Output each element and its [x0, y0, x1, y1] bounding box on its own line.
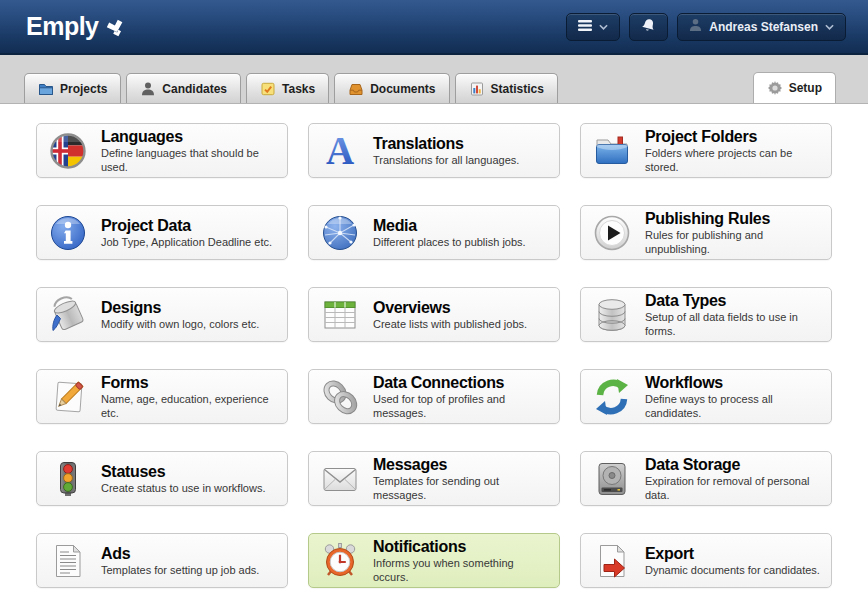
- tab-tasks[interactable]: Tasks: [246, 73, 329, 103]
- card-subtitle: Define ways to process all candidates.: [645, 393, 820, 421]
- globe-network-icon: [320, 213, 360, 253]
- main-tabs: Projects Candidates Tasks Documents Stat…: [24, 73, 563, 103]
- card-data-storage[interactable]: Data StorageExpiration for removal of pe…: [580, 451, 832, 506]
- logo-chevrons-icon: [103, 16, 128, 41]
- card-title: Statuses: [101, 462, 265, 482]
- card-title: Data Storage: [645, 455, 820, 475]
- card-title: Languages: [101, 127, 276, 147]
- card-subtitle: Create status to use in workflows.: [101, 482, 265, 496]
- card-title: Overviews: [373, 298, 527, 318]
- card-subtitle: Expiration for removal of personal data.: [645, 475, 820, 503]
- card-title: Data Connections: [373, 373, 548, 393]
- tab-label: Projects: [60, 82, 107, 96]
- card-forms[interactable]: FormsName, age, education, experience et…: [36, 369, 288, 424]
- tab-label: Statistics: [491, 82, 544, 96]
- export-arrow-icon: [592, 541, 632, 581]
- card-title: Project Folders: [645, 127, 820, 147]
- card-title: Publishing Rules: [645, 209, 820, 229]
- card-title: Media: [373, 216, 526, 236]
- card-title: Export: [645, 544, 820, 564]
- card-messages[interactable]: MessagesTemplates for sending out messag…: [308, 451, 560, 506]
- card-overviews[interactable]: OverviewsCreate lists with published job…: [308, 287, 560, 342]
- hamburger-icon: [578, 20, 592, 34]
- card-workflows[interactable]: WorkflowsDefine ways to process all cand…: [580, 369, 832, 424]
- card-ads[interactable]: AdsTemplates for setting up job ads.: [36, 533, 288, 588]
- card-subtitle: Translations for all languages.: [373, 154, 519, 168]
- card-translations[interactable]: A TranslationsTranslations for all langu…: [308, 123, 560, 178]
- task-note-icon: [260, 81, 276, 97]
- flags-globe-icon: [48, 131, 88, 171]
- card-title: Notifications: [373, 537, 548, 557]
- card-subtitle: Name, age, education, experience etc.: [101, 393, 276, 421]
- spreadsheet-icon: [320, 295, 360, 335]
- card-subtitle: Define languages that should be used.: [101, 147, 276, 175]
- header-actions: Andreas Stefansen: [566, 13, 846, 41]
- tab-label: Candidates: [162, 82, 227, 96]
- logo-text: Emply: [26, 12, 99, 41]
- bell-icon: [641, 18, 656, 36]
- notifications-bell-button[interactable]: [629, 13, 668, 41]
- info-circle-icon: [48, 213, 88, 253]
- user-menu-button[interactable]: Andreas Stefansen: [677, 13, 846, 41]
- card-title: Project Data: [101, 216, 272, 236]
- tab-setup[interactable]: Setup: [753, 72, 836, 103]
- card-subtitle: Informs you when something occurs.: [373, 557, 548, 585]
- user-avatar-icon: [689, 18, 702, 35]
- card-statuses[interactable]: StatusesCreate status to use in workflow…: [36, 451, 288, 506]
- card-subtitle: Folders where projects can be stored.: [645, 147, 820, 175]
- card-title: Messages: [373, 455, 548, 475]
- chain-links-icon: [320, 377, 360, 417]
- menu-button[interactable]: [566, 13, 620, 41]
- envelope-icon: [320, 459, 360, 499]
- card-export[interactable]: ExportDynamic documents for candidates.: [580, 533, 832, 588]
- card-subtitle: Templates for sending out messages.: [373, 475, 548, 503]
- folder-icon: [38, 81, 54, 97]
- card-title: Ads: [101, 544, 259, 564]
- chevron-down-icon: [825, 24, 834, 30]
- alarm-clock-icon: [320, 541, 360, 581]
- tab-documents[interactable]: Documents: [334, 73, 449, 103]
- card-subtitle: Templates for setting up job ads.: [101, 564, 259, 578]
- tab-label: Tasks: [282, 82, 315, 96]
- card-title: Designs: [101, 298, 259, 318]
- tab-projects[interactable]: Projects: [24, 73, 121, 103]
- card-data-types[interactable]: Data TypesSetup of all data fields to us…: [580, 287, 832, 342]
- user-name: Andreas Stefansen: [709, 20, 818, 34]
- tab-label: Setup: [789, 81, 822, 95]
- card-languages[interactable]: LanguagesDefine languages that should be…: [36, 123, 288, 178]
- app-logo[interactable]: Emply: [26, 12, 126, 41]
- pencil-page-icon: [48, 377, 88, 417]
- traffic-light-icon: [48, 459, 88, 499]
- text-document-icon: [48, 541, 88, 581]
- card-data-connections[interactable]: Data ConnectionsUsed for top of profiles…: [308, 369, 560, 424]
- app-header: Emply Andreas Stefansen: [0, 0, 868, 55]
- setup-card-grid: LanguagesDefine languages that should be…: [36, 123, 832, 588]
- letter-a-icon: A: [320, 131, 360, 171]
- database-icon: [592, 295, 632, 335]
- card-subtitle: Different places to publish jobs.: [373, 236, 526, 250]
- person-icon: [140, 81, 156, 97]
- tab-statistics[interactable]: Statistics: [455, 73, 558, 103]
- card-notifications[interactable]: NotificationsInforms you when something …: [308, 533, 560, 588]
- card-project-data[interactable]: Project DataJob Type, Application Deadli…: [36, 205, 288, 260]
- bar-chart-icon: [469, 81, 485, 97]
- card-project-folders[interactable]: Project FoldersFolders where projects ca…: [580, 123, 832, 178]
- gear-icon: [767, 80, 783, 96]
- card-media[interactable]: MediaDifferent places to publish jobs.: [308, 205, 560, 260]
- card-designs[interactable]: DesignsModify with own logo, colors etc.: [36, 287, 288, 342]
- card-subtitle: Used for top of profiles and messages.: [373, 393, 548, 421]
- paint-can-icon: [48, 295, 88, 335]
- card-title: Translations: [373, 134, 519, 154]
- card-title: Forms: [101, 373, 276, 393]
- tab-candidates[interactable]: Candidates: [126, 73, 241, 103]
- card-publishing-rules[interactable]: Publishing RulesRules for publishing and…: [580, 205, 832, 260]
- card-subtitle: Setup of all data fields to use in forms…: [645, 311, 820, 339]
- hard-drive-icon: [592, 459, 632, 499]
- tab-bar: Projects Candidates Tasks Documents Stat…: [0, 55, 868, 103]
- blue-folder-icon: [592, 131, 632, 171]
- inbox-tray-icon: [348, 81, 364, 97]
- setup-panel: LanguagesDefine languages that should be…: [0, 103, 868, 604]
- circular-arrows-icon: [592, 377, 632, 417]
- svg-text:A: A: [326, 131, 354, 171]
- card-title: Workflows: [645, 373, 820, 393]
